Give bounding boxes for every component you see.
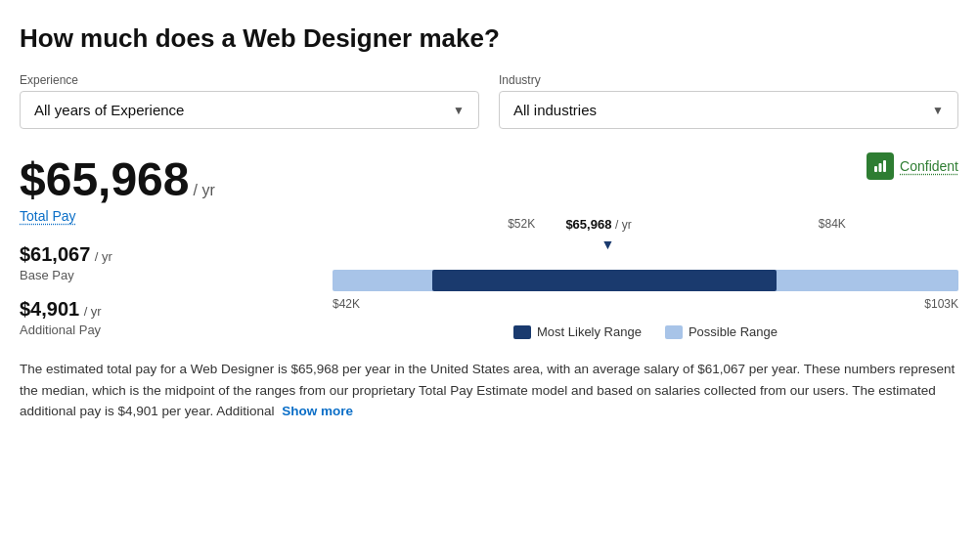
show-more-button[interactable]: Show more <box>282 404 353 418</box>
possible-range-legend: Possible Range <box>665 324 778 339</box>
description-text: The estimated total pay for a Web Design… <box>20 362 955 418</box>
additional-pay-row: $4,901 / yr Additional Pay <box>20 298 333 337</box>
industry-dropdown[interactable]: All industries ▼ <box>499 91 958 129</box>
total-pay-amount: $65,968 <box>20 152 190 206</box>
experience-chevron-icon: ▼ <box>453 104 465 117</box>
additional-pay-amount: $4,901 <box>20 298 79 320</box>
total-pay-label[interactable]: Total Pay <box>20 208 333 224</box>
base-pay-row: $61,067 / yr Base Pay <box>20 243 333 282</box>
most-likely-legend: Most Likely Range <box>513 324 642 339</box>
page-title: How much does a Web Designer make? <box>20 23 958 54</box>
marker-value: $65,968 / yr <box>565 217 631 232</box>
industry-chevron-icon: ▼ <box>932 104 944 117</box>
total-pay-amount-row: $65,968 / yr <box>20 152 333 206</box>
salary-header-row: $65,968 / yr Total Pay $61,067 / yr Base… <box>20 152 958 359</box>
industry-value: All industries <box>513 102 597 118</box>
base-pay-per-yr: / yr <box>95 249 112 264</box>
right-column: Confident $65,968 / yr ▼ $52K $84K $42K … <box>333 152 958 359</box>
bar-min-label: $42K <box>333 297 360 311</box>
confident-badge: Confident <box>333 152 958 180</box>
svg-rect-2 <box>883 160 886 172</box>
range-labels: $42K $103K <box>333 297 958 311</box>
svg-rect-1 <box>879 163 882 172</box>
industry-label: Industry <box>499 73 958 87</box>
industry-filter-group: Industry All industries ▼ <box>499 73 958 129</box>
bar-max-label: $103K <box>924 297 958 311</box>
filters-row: Experience All years of Experience ▼ Ind… <box>20 73 958 129</box>
marker-arrow-icon: ▼ <box>600 237 614 252</box>
left-column: $65,968 / yr Total Pay $61,067 / yr Base… <box>20 152 333 353</box>
experience-dropdown[interactable]: All years of Experience ▼ <box>20 91 479 129</box>
most-likely-legend-label: Most Likely Range <box>537 324 642 339</box>
additional-pay-per-yr: / yr <box>84 304 102 319</box>
salary-bar <box>333 270 958 291</box>
experience-filter-group: Experience All years of Experience ▼ <box>20 73 479 129</box>
chart-area: $65,968 / yr ▼ $52K $84K $42K $103K <box>333 188 958 311</box>
most-likely-range-bar <box>432 270 777 291</box>
experience-label: Experience <box>20 73 479 87</box>
description-section: The estimated total pay for a Web Design… <box>20 359 958 422</box>
most-likely-swatch <box>513 325 531 339</box>
svg-rect-0 <box>874 166 877 172</box>
possible-range-swatch <box>665 325 683 339</box>
possible-range-legend-label: Possible Range <box>689 324 778 339</box>
experience-value: All years of Experience <box>34 102 184 118</box>
total-pay-per-yr: / yr <box>194 182 215 199</box>
base-pay-amount: $61,067 <box>20 243 90 265</box>
confident-icon <box>867 152 894 180</box>
confident-text: Confident <box>900 158 958 174</box>
range-high-label: $84K <box>819 217 846 231</box>
range-low-label: $52K <box>508 217 535 231</box>
base-pay-label: Base Pay <box>20 268 333 282</box>
additional-pay-label: Additional Pay <box>20 323 333 337</box>
chart-legend: Most Likely Range Possible Range <box>333 324 958 339</box>
